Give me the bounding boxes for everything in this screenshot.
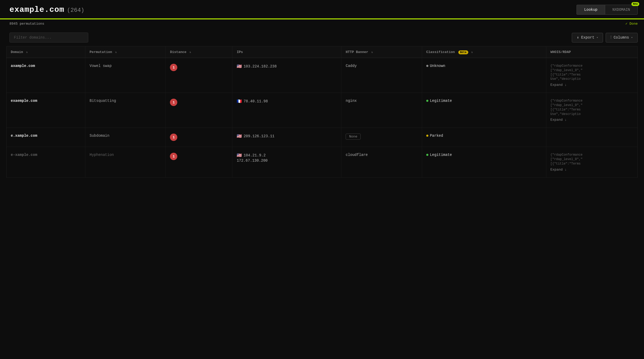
whois-line: ["rdap_level_0","	[550, 68, 598, 73]
cell-domain: exaemple.com	[7, 93, 85, 128]
lookup-button[interactable]: Lookup	[577, 5, 605, 15]
classification-dot	[426, 154, 428, 156]
col-distance-label: Distance	[170, 50, 186, 54]
cell-permutation: Bitsquatting	[85, 93, 166, 128]
cell-permutation: Hyphenation	[85, 147, 166, 177]
col-http-banner[interactable]: HTTP Banner ⇅	[341, 46, 422, 58]
cell-distance: 1	[166, 93, 232, 128]
whois-line: [{"title":"Terms	[550, 108, 598, 112]
col-whois-label: WHOIS/RDAP	[550, 50, 571, 54]
cell-ips: 🇺🇸209.126.123.11	[232, 128, 341, 147]
distance-badge: 1	[170, 134, 177, 141]
classification-sort-icon: ⇅	[471, 51, 473, 54]
classification-value: Legitimate	[430, 153, 452, 157]
http-banner-value: Caddy	[346, 64, 357, 68]
flag-icon: 🇺🇸	[237, 153, 242, 158]
expand-link[interactable]: Expand ↓	[550, 118, 603, 122]
col-ips[interactable]: IPs	[232, 46, 341, 58]
col-whois: WHOIS/RDAP	[546, 46, 638, 58]
flag-icon: 🇺🇸	[237, 134, 242, 139]
permutation-value: Bitsquatting	[90, 99, 116, 103]
col-ips-label: IPs	[237, 50, 243, 54]
cell-distance: 1	[166, 58, 232, 93]
toolbar-right: ⬇ Export ▾ ⦙ Columns ▾	[572, 33, 638, 43]
distance-badge: 1	[170, 99, 177, 106]
status-row: 8945 permutations Done	[0, 19, 644, 28]
whois-content: {"rdapConformance["rdap_level_0","[{"tit…	[550, 64, 603, 87]
export-icon: ⬇	[577, 35, 579, 40]
columns-icon: ⦙	[611, 35, 611, 40]
whois-content: {"rdapConformance["rdap_level_0","[{"tit…	[550, 153, 603, 171]
classification-dot	[426, 65, 428, 67]
whois-content: {"rdapConformance["rdap_level_0","[{"tit…	[550, 99, 603, 122]
nxdomain-wrapper: NXDOMAIN New	[605, 5, 638, 15]
col-http-banner-label: HTTP Banner	[346, 50, 368, 54]
ip-value: 78.40.11.98	[243, 99, 268, 103]
new-badge: New	[631, 2, 639, 6]
cell-domain: e-xample.com	[7, 147, 85, 177]
whois-line: Use","descriptio	[550, 77, 598, 81]
cell-http-banner: None	[341, 128, 422, 147]
whois-line: ["rdap_level_0","	[550, 103, 598, 108]
distance-sort-icon: ⇅	[190, 51, 191, 54]
ip-entry-multi: 🇺🇸104.21.9.2172.67.130.200	[237, 153, 337, 163]
col-domain-label: Domain	[11, 50, 23, 54]
cell-ips: 🇫🇷78.40.11.98	[232, 93, 341, 128]
cell-whois: {"rdapConformance["rdap_level_0","[{"tit…	[546, 93, 638, 128]
cell-classification: Legitimate	[422, 93, 546, 128]
distance-badge: 1	[170, 153, 177, 160]
whois-line: ["rdap_level_0","	[550, 157, 598, 162]
export-button[interactable]: ⬇ Export ▾	[572, 33, 603, 43]
domain-value: e-xample.com	[11, 153, 37, 157]
columns-label: Columns	[614, 35, 629, 40]
ip-entry: 🇺🇸209.126.123.11	[237, 134, 337, 139]
columns-button[interactable]: ⦙ Columns ▾	[606, 33, 638, 43]
classification-value: Parked	[430, 134, 443, 138]
cell-whois: {"rdapConformance["rdap_level_0","[{"tit…	[546, 58, 638, 93]
ip-line: 172.67.130.200	[237, 159, 337, 163]
col-distance[interactable]: Distance ⇅	[166, 46, 232, 58]
col-permutation[interactable]: Permutation ⇅	[85, 46, 166, 58]
export-chevron-icon: ▾	[596, 36, 598, 39]
col-classification[interactable]: Classification Beta ⇅	[422, 46, 546, 58]
cell-permutation: Subdomain	[85, 128, 166, 147]
expand-link[interactable]: Expand ↓	[550, 168, 603, 172]
cell-domain: e.xample.com	[7, 128, 85, 147]
ip-value: 104.21.9.2	[243, 153, 266, 157]
permutation-value: Hyphenation	[90, 153, 114, 157]
export-label: Export	[581, 35, 594, 40]
table-row: e.xample.comSubdomain1🇺🇸209.126.123.11No…	[7, 128, 638, 147]
ip-value: 172.67.130.200	[237, 159, 268, 163]
cell-ips: 🇺🇸104.21.9.2172.67.130.200	[232, 147, 341, 177]
whois-line: {"rdapConformance	[550, 64, 598, 68]
ip-entry: 🇫🇷78.40.11.98	[237, 99, 337, 104]
ip-entry: 🇺🇸103.224.182.238	[237, 64, 337, 69]
cell-classification: Parked	[422, 128, 546, 147]
header-buttons: Lookup NXDOMAIN New	[577, 5, 638, 15]
domain-value: exaemple.com	[11, 99, 37, 103]
cell-distance: 1	[166, 147, 232, 177]
flag-icon: 🇫🇷	[237, 99, 242, 104]
domain-sort-icon: ⇅	[26, 51, 28, 54]
result-count: (264)	[67, 7, 84, 14]
none-badge: None	[346, 134, 361, 140]
ip-line: 🇺🇸104.21.9.2	[237, 153, 337, 158]
permutation-sort-icon: ⇅	[115, 51, 117, 54]
filter-input[interactable]	[9, 33, 88, 43]
http-banner-value: cloudflare	[346, 153, 368, 157]
classification-value: Unknown	[430, 64, 445, 68]
col-domain[interactable]: Domain ⇅	[7, 46, 85, 58]
cell-ips: 🇺🇸103.224.182.238	[232, 58, 341, 93]
cell-classification: Unknown	[422, 58, 546, 93]
results-table: Domain ⇅ Permutation ⇅ Distance ⇅ IPs HT…	[6, 46, 638, 178]
expand-link[interactable]: Expand ↓	[550, 83, 603, 87]
distance-badge: 1	[170, 64, 177, 71]
cell-whois	[546, 128, 638, 147]
table-row: e-xample.comHyphenation1🇺🇸104.21.9.2172.…	[7, 147, 638, 177]
cell-http-banner: Caddy	[341, 58, 422, 93]
nxdomain-button[interactable]: NXDOMAIN	[605, 5, 638, 15]
flag-icon: 🇺🇸	[237, 64, 242, 69]
page-title: example.com	[9, 5, 64, 14]
cell-whois: {"rdapConformance["rdap_level_0","[{"tit…	[546, 147, 638, 177]
table-row: axample.comVowel swap1🇺🇸103.224.182.238C…	[7, 58, 638, 93]
